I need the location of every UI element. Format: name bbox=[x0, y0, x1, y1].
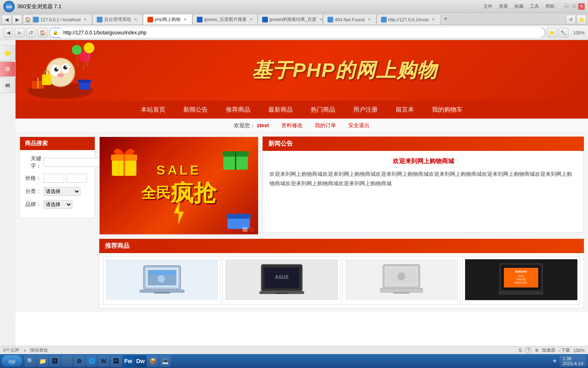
nav-hot[interactable]: 热门商品 bbox=[302, 101, 344, 119]
svg-point-10 bbox=[57, 73, 64, 77]
nav-cart[interactable]: 我的购物车 bbox=[423, 101, 472, 119]
status-extra: ⊕ bbox=[535, 348, 539, 353]
taskbar-icon-music[interactable]: 🎵 bbox=[61, 355, 73, 367]
taskbar-icon-fw[interactable]: Fw bbox=[122, 355, 134, 367]
side-toolbar: ⭐ 微 ✉ bbox=[0, 45, 16, 93]
star-button[interactable]: ⭐ bbox=[577, 15, 586, 25]
menu-tools[interactable]: 工具 bbox=[528, 2, 541, 10]
nav-refresh[interactable]: ↺ bbox=[26, 28, 36, 38]
tab-close-tools[interactable]: ✕ bbox=[430, 17, 436, 22]
side-email-button[interactable]: ✉ bbox=[0, 78, 16, 93]
banner-sale: SALE bbox=[156, 163, 201, 177]
product-card-4[interactable]: lenovo FOR THOSE WHO DO. bbox=[462, 256, 580, 305]
product-card-3[interactable] bbox=[343, 256, 461, 305]
nav-news[interactable]: 新闻公告 bbox=[174, 101, 217, 119]
taskbar-icon-folder[interactable]: 📁 bbox=[37, 355, 48, 367]
refresh-button[interactable]: ↺ bbox=[566, 15, 576, 25]
side-favorites-button[interactable]: ⭐ bbox=[0, 45, 16, 61]
status-zoom: 100% bbox=[573, 348, 585, 353]
nav-forward[interactable]: ▶ bbox=[15, 28, 24, 38]
taskbar-icon-blue[interactable]: 💻 bbox=[159, 355, 171, 367]
orders-link[interactable]: 我的订单 bbox=[315, 122, 336, 129]
zoom-level: 100% bbox=[573, 30, 585, 35]
tab-tools[interactable]: http://127.0.0.1/tools ✕ bbox=[376, 14, 441, 25]
tab-close-baidu-img[interactable]: ✕ bbox=[248, 17, 254, 22]
menu-bookmarks[interactable]: 收藏 bbox=[512, 2, 526, 10]
banner-prefix: 全民 bbox=[141, 183, 171, 203]
taskbar-icon-pictures2[interactable]: 🖼 bbox=[110, 355, 122, 367]
home-button[interactable]: 🏠 bbox=[23, 15, 33, 25]
side-weibo-button[interactable]: 微 bbox=[0, 61, 16, 77]
tab-icon-shop bbox=[147, 17, 153, 22]
news-panel: 新闻公告 欢迎来到网上购物商城 欢迎来到网上购物商城欢迎来到网上购物商城欢迎来到… bbox=[263, 137, 584, 235]
menu-view[interactable]: 查看 bbox=[497, 2, 510, 10]
svg-point-9 bbox=[65, 66, 67, 67]
svg-marker-31 bbox=[174, 200, 184, 225]
tab-close-shop[interactable]: ✕ bbox=[182, 17, 188, 22]
forward-button[interactable]: ▶ bbox=[12, 15, 22, 25]
taskbar-add[interactable]: + bbox=[552, 357, 557, 366]
nav-home[interactable]: 本站首页 bbox=[132, 101, 174, 119]
laptop-svg-4: lenovo FOR THOSE WHO DO. bbox=[497, 263, 546, 297]
product-card-1[interactable] bbox=[103, 256, 221, 305]
menu-help[interactable]: 帮助 bbox=[543, 2, 557, 10]
taskbar: 开始 🔍 📁 🖼 🎵 ⚙ 🌐 W 🖼 Fw Dw 📦 💻 + 1:38 2015… bbox=[0, 354, 588, 368]
tab-close-404[interactable]: ✕ bbox=[366, 17, 372, 22]
price-max-input[interactable] bbox=[67, 174, 87, 183]
favorite-button[interactable]: ⭐ bbox=[547, 28, 557, 38]
status-right: S ? ⊕ 加速器 ↓下载 100% bbox=[519, 347, 585, 354]
back-button[interactable]: ◀ bbox=[2, 15, 11, 25]
logout-link[interactable]: 安全退出 bbox=[348, 122, 370, 129]
products-grid: ASUS bbox=[103, 256, 580, 305]
tab-baidu-search[interactable]: gouwu的搜索结果_百度 ✕ bbox=[258, 14, 323, 25]
brand-label: 品牌： bbox=[25, 201, 41, 208]
taskbar-icon-red[interactable]: 📦 bbox=[147, 355, 158, 367]
product-img-1 bbox=[106, 259, 218, 300]
close-button[interactable]: ✕ bbox=[578, 3, 585, 10]
banner-dot-2[interactable] bbox=[249, 227, 254, 232]
tab-baidu-img[interactable]: gouwu_百度图片搜索 ✕ bbox=[192, 14, 258, 25]
taskbar-icon-search[interactable]: 🔍 bbox=[24, 355, 36, 367]
tab-close-admin[interactable]: ✕ bbox=[133, 17, 138, 22]
banner-dot-1[interactable] bbox=[243, 227, 247, 232]
tab-close-localhost[interactable]: ✕ bbox=[82, 17, 88, 22]
tab-admin[interactable]: 后台管理系统 ✕ bbox=[92, 14, 143, 25]
profile-link[interactable]: 资料修改 bbox=[281, 122, 303, 129]
start-button[interactable]: 开始 bbox=[2, 355, 22, 367]
taskbar-time-display: 1:38 2015-4-14 bbox=[559, 355, 586, 367]
header-logo bbox=[20, 42, 101, 99]
address-input[interactable] bbox=[60, 28, 542, 38]
tools-button[interactable]: 🔧 bbox=[559, 28, 568, 38]
category-select[interactable]: 请选择 bbox=[44, 187, 80, 196]
tab-shop[interactable]: php网上购物 ✕ bbox=[143, 14, 192, 25]
product-img-2: ASUS bbox=[225, 259, 338, 300]
tab-404[interactable]: 404 Not Found ✕ bbox=[323, 14, 376, 25]
status-download: ↓下载 bbox=[559, 347, 570, 353]
tab-close-baidu-search[interactable]: ✕ bbox=[318, 17, 323, 22]
product-card-2[interactable]: ASUS bbox=[223, 256, 341, 305]
taskbar-icon-ie[interactable]: 🌐 bbox=[86, 355, 97, 367]
nav-register[interactable]: 用户注册 bbox=[344, 101, 387, 119]
new-tab-button[interactable]: + bbox=[441, 14, 450, 24]
nav-recommended[interactable]: 推荐商品 bbox=[217, 101, 259, 119]
maximize-button[interactable]: □ bbox=[571, 3, 577, 10]
nav-guestbook[interactable]: 留言本 bbox=[387, 101, 423, 119]
banner-wrapper: 测试实测 bbox=[99, 137, 258, 235]
products-section: 推荐商品 bbox=[99, 239, 584, 308]
tab-localhost[interactable]: 127.0.0.1 / localhost ✕ bbox=[29, 14, 92, 25]
nav-home[interactable]: 🏠 bbox=[38, 28, 47, 38]
nav-back[interactable]: ◀ bbox=[3, 28, 13, 38]
menu-file[interactable]: 文件 bbox=[481, 2, 495, 10]
brand-select[interactable]: 请选择 bbox=[44, 200, 72, 209]
taskbar-icon-word[interactable]: W bbox=[98, 355, 109, 367]
taskbar-icon-pictures[interactable]: 🖼 bbox=[49, 355, 60, 367]
minimize-button[interactable]: — bbox=[564, 3, 570, 10]
taskbar-icon-dw[interactable]: Dw bbox=[135, 355, 146, 367]
svg-text:lenovo: lenovo bbox=[515, 269, 528, 274]
nav-newest[interactable]: 最新商品 bbox=[259, 101, 302, 119]
sub-nav: 欢迎您： ztest 资料修改 我的订单 安全退出 bbox=[16, 119, 588, 132]
svg-text:开始: 开始 bbox=[9, 360, 15, 364]
svg-text:WHO DO.: WHO DO. bbox=[515, 281, 528, 284]
price-min-input[interactable] bbox=[44, 174, 64, 183]
taskbar-icon-settings[interactable]: ⚙ bbox=[74, 355, 85, 367]
